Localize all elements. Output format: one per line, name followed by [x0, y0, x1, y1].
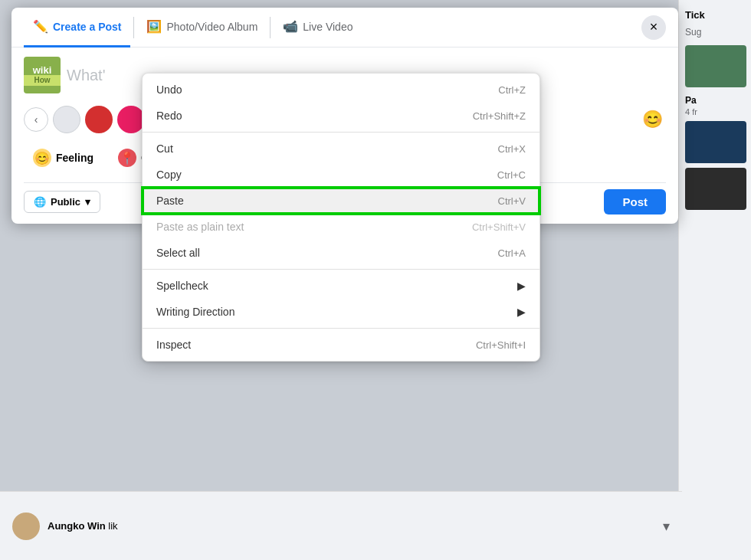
right-sidebar-sub: Sug [679, 24, 751, 41]
avatar-wiki-text: wiki [33, 65, 52, 75]
dialog-header: ✏️ Create a Post 🖼️ Photo/Video Album 📹 … [11, 8, 678, 47]
context-menu-item-redo[interactable]: RedoCtrl+Shift+Z [143, 103, 539, 129]
right-thumb-1 [685, 45, 746, 87]
ctx-shortcut-redo: Ctrl+Shift+Z [473, 110, 526, 122]
tab-create-post[interactable]: ✏️ Create a Post [24, 8, 130, 47]
ctx-arrow-writing_dir: ▶ [517, 306, 526, 318]
ctx-shortcut-copy: Ctrl+C [497, 169, 526, 181]
audience-dropdown-icon: ▾ [85, 196, 90, 208]
ctx-label-undo: Undo [156, 84, 182, 96]
audience-button[interactable]: 🌐 Public ▾ [24, 191, 100, 213]
feeling-button[interactable]: 😊 Feeling [24, 142, 103, 173]
ctx-shortcut-inspect: Ctrl+Shift+I [476, 339, 526, 351]
context-menu-item-copy[interactable]: CopyCtrl+C [143, 162, 539, 188]
ctx-arrow-spellcheck: ▶ [517, 280, 526, 292]
checkin-icon: 📍 [118, 149, 136, 167]
right-pa-label: Pa [679, 92, 751, 107]
context-menu-separator [143, 132, 539, 133]
avatar: wiki How [24, 57, 61, 93]
color-swatch-1[interactable] [53, 106, 80, 133]
context-menu-item-select_all[interactable]: Select allCtrl+A [143, 240, 539, 266]
context-menu-separator [143, 269, 539, 270]
context-menu: UndoCtrl+ZRedoCtrl+Shift+ZCutCtrl+XCopyC… [142, 73, 540, 362]
right-fr-label: 4 fr [679, 107, 751, 116]
ctx-label-copy: Copy [156, 169, 182, 181]
context-menu-item-paste[interactable]: PasteCtrl+V [143, 188, 539, 214]
tab-photo-video[interactable]: 🖼️ Photo/Video Album [137, 8, 267, 47]
context-menu-item-cut[interactable]: CutCtrl+X [143, 136, 539, 162]
ctx-label-writing_dir: Writing Direction [156, 306, 517, 318]
avatar-how-text: How [24, 75, 61, 86]
ctx-label-spellcheck: Spellcheck [156, 280, 517, 292]
audience-label: Public [51, 196, 80, 208]
right-thumb-3 [685, 168, 746, 210]
right-sidebar-title: Tick [679, 0, 751, 24]
ctx-shortcut-select_all: Ctrl+A [498, 247, 526, 259]
right-thumb-2 [685, 121, 746, 163]
ctx-shortcut-paste: Ctrl+V [498, 195, 526, 207]
liker-name: Aungko Win [48, 520, 106, 532]
context-menu-item-inspect[interactable]: InspectCtrl+Shift+I [143, 332, 539, 358]
ctx-shortcut-cut: Ctrl+X [498, 143, 526, 155]
liker-action: lik [108, 520, 117, 532]
feeling-label: Feeling [56, 152, 93, 164]
color-swatch-3[interactable] [117, 106, 145, 133]
pencil-icon: ✏️ [33, 19, 48, 34]
context-menu-item-paste_plain: Paste as plain textCtrl+Shift+V [143, 214, 539, 240]
ctx-label-inspect: Inspect [156, 339, 191, 351]
photo-icon: 🖼️ [146, 19, 162, 34]
liker-text: Aungko Win lik [48, 520, 118, 532]
header-divider-1 [133, 17, 134, 38]
bottom-strip: Aungko Win lik ▾ [0, 491, 682, 560]
context-menu-item-writing_dir[interactable]: Writing Direction▶ [143, 299, 539, 325]
color-prev-button[interactable]: ‹ [24, 107, 48, 132]
ctx-label-select_all: Select all [156, 247, 200, 259]
tab-create-post-label: Create a Post [53, 21, 121, 33]
close-button[interactable]: × [641, 15, 666, 40]
liker-avatar [12, 513, 40, 540]
tab-photo-label: Photo/Video Album [166, 21, 257, 33]
live-icon: 📹 [283, 19, 298, 34]
tab-live-video[interactable]: 📹 Live Video [274, 8, 362, 47]
color-swatch-2[interactable] [85, 106, 113, 133]
ctx-label-paste: Paste [156, 195, 184, 207]
ctx-label-redo: Redo [156, 110, 182, 122]
right-sidebar: Tick Sug Pa 4 fr [678, 0, 751, 560]
post-button[interactable]: Post [604, 189, 666, 215]
feeling-icon: 😊 [33, 149, 51, 167]
context-menu-item-undo[interactable]: UndoCtrl+Z [143, 77, 539, 103]
ctx-shortcut-undo: Ctrl+Z [498, 84, 526, 96]
tab-live-label: Live Video [303, 21, 353, 33]
header-divider-2 [270, 17, 271, 38]
context-menu-item-spellcheck[interactable]: Spellcheck▶ [143, 273, 539, 299]
audience-icon: 🌐 [34, 196, 46, 208]
context-menu-separator [143, 328, 539, 329]
ctx-label-cut: Cut [156, 142, 173, 155]
chevron-down-icon[interactable]: ▾ [663, 518, 670, 535]
emoji-button[interactable]: 😊 [638, 106, 666, 133]
ctx-shortcut-paste_plain: Ctrl+Shift+V [472, 221, 526, 233]
ctx-label-paste_plain: Paste as plain text [156, 221, 244, 233]
